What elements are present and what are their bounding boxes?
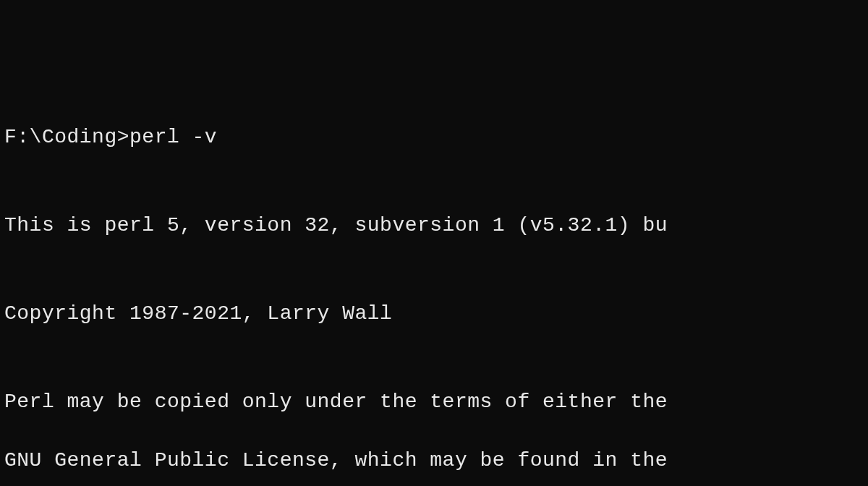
output-version: This is perl 5, version 32, subversion 1… [4,211,864,241]
output-license-1: Perl may be copied only under the terms … [4,388,864,417]
prompt-path: F:\Coding> [4,123,129,153]
output-license-2: GNU General Public License, which may be… [4,446,864,476]
output-copyright: Copyright 1987-2021, Larry Wall [4,299,864,329]
command-input: perl -v [129,123,217,153]
prompt-line-1[interactable]: F:\Coding>perl -v [4,123,864,153]
